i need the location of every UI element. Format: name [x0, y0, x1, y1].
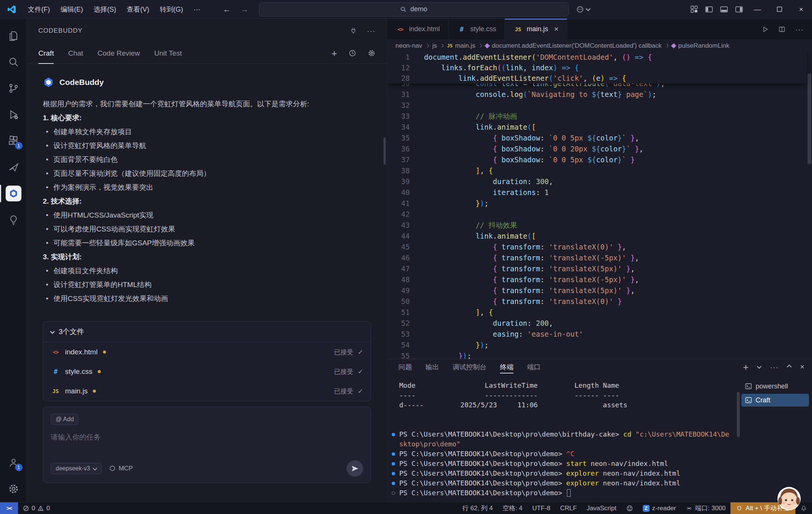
- z-reader-status[interactable]: Z z-reader: [638, 502, 681, 514]
- vscode-logo-icon: [7, 5, 17, 14]
- terminal-dropdown-icon[interactable]: [757, 364, 762, 369]
- new-session-icon[interactable]: +: [332, 48, 337, 58]
- code-editor[interactable]: 30 const text = link.getAttribute('data-…: [387, 52, 812, 359]
- close-button[interactable]: ×: [790, 0, 812, 18]
- task-input[interactable]: 请输入你的任务: [51, 432, 363, 442]
- back-icon[interactable]: ←: [223, 5, 231, 14]
- file-row[interactable]: <>index.html已接受✓: [43, 342, 371, 362]
- add-context-button[interactable]: @ Add: [51, 414, 79, 425]
- search-input[interactable]: demo: [259, 2, 569, 17]
- codebuddy-panel: CODEBUDDY ··· CraftChatCode ReviewUnit T…: [27, 19, 387, 502]
- modified-dot: [103, 351, 106, 354]
- chat-settings-gear-icon[interactable]: [368, 49, 376, 57]
- sidebar-tab-craft[interactable]: Craft: [38, 43, 54, 63]
- panel-tab-调试控制台[interactable]: 调试控制台: [453, 359, 486, 375]
- new-terminal-icon[interactable]: +: [743, 362, 748, 372]
- codebuddy-icon[interactable]: [0, 180, 27, 207]
- more-icon[interactable]: ···: [367, 27, 376, 35]
- forward-icon[interactable]: →: [241, 5, 248, 14]
- editor-tab-style.css[interactable]: #style.css: [448, 19, 505, 39]
- explorer-icon[interactable]: [0, 23, 27, 49]
- chevron-down-icon: [586, 6, 591, 11]
- file-row[interactable]: JSmain.js已接受✓: [43, 381, 371, 401]
- panel-tab-端口[interactable]: 端口: [527, 359, 541, 375]
- breadcrumb-item[interactable]: neon-nav: [395, 42, 422, 50]
- send-button[interactable]: [347, 460, 363, 477]
- lightbulb-plugin-icon[interactable]: [0, 207, 27, 233]
- customize-layout-icon[interactable]: [686, 6, 701, 13]
- bullet-item: 设计霓虹灯管菜单的HTML结构: [43, 278, 371, 292]
- panel-tab-输出[interactable]: 输出: [426, 359, 439, 375]
- settings-gear-icon[interactable]: [0, 476, 27, 502]
- panel-maximize-icon[interactable]: [787, 364, 792, 369]
- ports-status[interactable]: 端口: 3000: [681, 502, 730, 514]
- feedback-smiley-icon[interactable]: [621, 502, 638, 514]
- terminal-scrollbar[interactable]: [737, 392, 740, 437]
- panel-more-icon[interactable]: ···: [770, 363, 779, 371]
- encoding[interactable]: UTF-8: [527, 502, 555, 514]
- copilot-button[interactable]: [576, 6, 590, 13]
- language-mode[interactable]: JavaScript: [582, 502, 621, 514]
- sticky-scroll: 1document.addEventListener('DOMContentLo…: [387, 52, 807, 83]
- editor-more-icon[interactable]: ···: [795, 26, 804, 33]
- run-button[interactable]: [762, 26, 769, 33]
- editor-scrollbar[interactable]: [807, 52, 812, 359]
- file-row[interactable]: #style.css已接受✓: [43, 362, 371, 381]
- cursor-position[interactable]: 行 62, 列 4: [458, 502, 498, 514]
- sidebar-tab-unit-test[interactable]: Unit Test: [154, 43, 182, 63]
- code-line: 46 { transform: 'translateX(-5px)' },: [387, 252, 807, 263]
- scrollbar-thumb[interactable]: [807, 74, 811, 164]
- history-icon[interactable]: [348, 49, 356, 57]
- bullet-item: 页面背景不要纯白色: [43, 153, 371, 166]
- toggle-sidebar-icon[interactable]: [701, 6, 717, 12]
- editor-tab-main.js[interactable]: JSmain.js×: [505, 19, 567, 39]
- panel-tab-终端[interactable]: 终端: [500, 359, 514, 375]
- editor-tab-index.html[interactable]: <>index.html: [387, 19, 448, 39]
- toggle-panel-icon[interactable]: [717, 6, 732, 12]
- run-debug-icon[interactable]: [0, 101, 27, 128]
- accounts-icon[interactable]: 1: [0, 449, 27, 476]
- menubar-item[interactable]: 转到(G): [155, 0, 188, 18]
- terminal[interactable]: Mode LastWriteTime Length Name---- -----…: [387, 375, 737, 502]
- breadcrumb-item[interactable]: document.addEventListener('DOMContentLoa…: [485, 42, 662, 50]
- menubar-item[interactable]: ···: [188, 0, 206, 18]
- mcp-button[interactable]: MCP: [109, 465, 133, 472]
- panel-tab-问题[interactable]: 问题: [398, 359, 412, 375]
- maximize-button[interactable]: [768, 0, 790, 18]
- panel-close-icon[interactable]: ×: [800, 363, 804, 371]
- indentation[interactable]: 空格: 4: [498, 502, 527, 514]
- plug-icon[interactable]: [350, 27, 357, 35]
- ai-plugin-icon[interactable]: [0, 154, 27, 180]
- terminal-list-item-powershell[interactable]: powershell: [741, 380, 809, 393]
- problems-status[interactable]: 0 0: [18, 502, 55, 514]
- menubar-item[interactable]: 文件(F): [23, 0, 55, 18]
- extensions-icon[interactable]: 1: [0, 128, 27, 154]
- menubar-item[interactable]: 选择(S): [88, 0, 121, 18]
- tab-label: index.html: [409, 25, 440, 33]
- bullet-item: 作为案例演示，视觉效果要突出: [43, 180, 371, 194]
- minimize-button[interactable]: —: [747, 0, 768, 18]
- source-control-icon[interactable]: [0, 75, 27, 101]
- terminal-line: PS C:\Users\MATEBOOK14\Desktop\pro\demo>…: [387, 449, 737, 459]
- breadcrumb-item[interactable]: js: [432, 42, 437, 50]
- breadcrumb-item[interactable]: JSmain.js: [447, 42, 475, 50]
- menubar-item[interactable]: 编辑(E): [55, 0, 88, 18]
- sidebar-scrollbar[interactable]: [383, 138, 386, 165]
- tab-close-icon[interactable]: ×: [554, 25, 559, 33]
- code-line: 53 easing: 'ease-in-out': [387, 329, 807, 340]
- eol[interactable]: CRLF: [555, 502, 582, 514]
- sidebar-tab-chat[interactable]: Chat: [68, 43, 83, 63]
- toggle-secondary-sidebar-icon[interactable]: [732, 6, 747, 12]
- code-line: 48 { transform: 'translateX(-5px)' },: [387, 274, 807, 285]
- sidebar-tab-code-review[interactable]: Code Review: [97, 43, 140, 63]
- files-card-header[interactable]: 3个文件: [43, 322, 371, 342]
- menubar-item[interactable]: 查看(V): [121, 0, 155, 18]
- remote-button[interactable]: ><: [0, 502, 18, 514]
- split-editor-icon[interactable]: [779, 26, 785, 33]
- terminal-list-item-Craft[interactable]: Craft: [741, 394, 809, 407]
- search-nav-icon[interactable]: [0, 49, 27, 75]
- model-selector[interactable]: deepseek-v3: [51, 463, 102, 474]
- terminal-line: sktop\pro\demo": [387, 439, 737, 449]
- codebuddy-logo-icon: [43, 77, 54, 88]
- breadcrumb-item[interactable]: pulseRandomLink: [672, 42, 729, 50]
